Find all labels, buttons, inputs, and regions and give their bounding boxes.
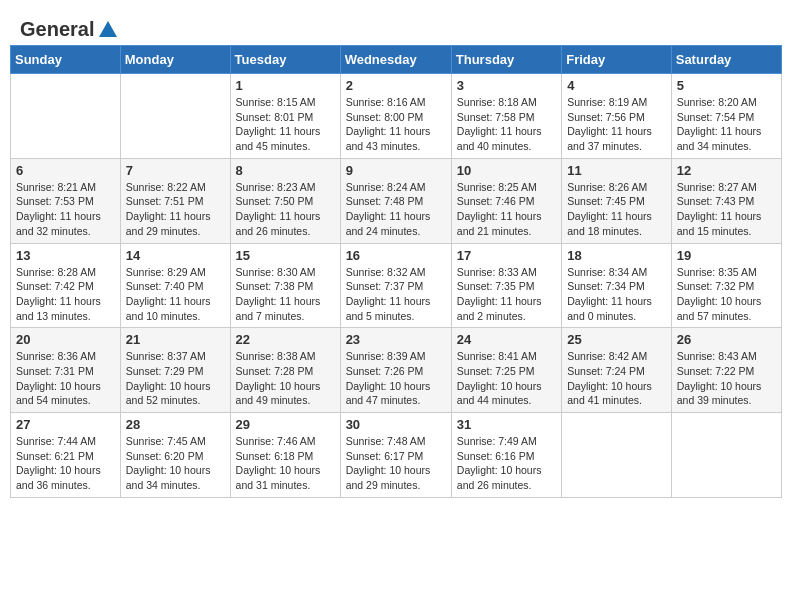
day-cell: 12Sunrise: 8:27 AM Sunset: 7:43 PM Dayli… [671, 158, 781, 243]
week-row-1: 1Sunrise: 8:15 AM Sunset: 8:01 PM Daylig… [11, 74, 782, 159]
day-info: Sunrise: 7:45 AM Sunset: 6:20 PM Dayligh… [126, 434, 225, 493]
day-number: 17 [457, 248, 556, 263]
day-number: 27 [16, 417, 115, 432]
day-info: Sunrise: 8:35 AM Sunset: 7:32 PM Dayligh… [677, 265, 776, 324]
day-info: Sunrise: 8:15 AM Sunset: 8:01 PM Dayligh… [236, 95, 335, 154]
svg-marker-0 [99, 21, 117, 37]
day-number: 9 [346, 163, 446, 178]
day-info: Sunrise: 8:26 AM Sunset: 7:45 PM Dayligh… [567, 180, 666, 239]
day-number: 16 [346, 248, 446, 263]
day-number: 30 [346, 417, 446, 432]
day-cell: 16Sunrise: 8:32 AM Sunset: 7:37 PM Dayli… [340, 243, 451, 328]
day-info: Sunrise: 8:16 AM Sunset: 8:00 PM Dayligh… [346, 95, 446, 154]
day-cell: 6Sunrise: 8:21 AM Sunset: 7:53 PM Daylig… [11, 158, 121, 243]
day-number: 28 [126, 417, 225, 432]
day-cell: 29Sunrise: 7:46 AM Sunset: 6:18 PM Dayli… [230, 413, 340, 498]
weekday-header-sunday: Sunday [11, 46, 121, 74]
day-cell: 8Sunrise: 8:23 AM Sunset: 7:50 PM Daylig… [230, 158, 340, 243]
day-info: Sunrise: 8:42 AM Sunset: 7:24 PM Dayligh… [567, 349, 666, 408]
day-number: 22 [236, 332, 335, 347]
day-info: Sunrise: 8:32 AM Sunset: 7:37 PM Dayligh… [346, 265, 446, 324]
week-row-2: 6Sunrise: 8:21 AM Sunset: 7:53 PM Daylig… [11, 158, 782, 243]
calendar-table: SundayMondayTuesdayWednesdayThursdayFrid… [10, 45, 782, 498]
day-cell: 5Sunrise: 8:20 AM Sunset: 7:54 PM Daylig… [671, 74, 781, 159]
day-info: Sunrise: 8:41 AM Sunset: 7:25 PM Dayligh… [457, 349, 556, 408]
day-number: 10 [457, 163, 556, 178]
day-cell: 2Sunrise: 8:16 AM Sunset: 8:00 PM Daylig… [340, 74, 451, 159]
day-cell: 17Sunrise: 8:33 AM Sunset: 7:35 PM Dayli… [451, 243, 561, 328]
day-cell [671, 413, 781, 498]
day-number: 2 [346, 78, 446, 93]
day-cell: 19Sunrise: 8:35 AM Sunset: 7:32 PM Dayli… [671, 243, 781, 328]
week-row-3: 13Sunrise: 8:28 AM Sunset: 7:42 PM Dayli… [11, 243, 782, 328]
weekday-header-monday: Monday [120, 46, 230, 74]
day-number: 20 [16, 332, 115, 347]
day-number: 23 [346, 332, 446, 347]
day-cell: 3Sunrise: 8:18 AM Sunset: 7:58 PM Daylig… [451, 74, 561, 159]
day-info: Sunrise: 7:44 AM Sunset: 6:21 PM Dayligh… [16, 434, 115, 493]
day-info: Sunrise: 8:33 AM Sunset: 7:35 PM Dayligh… [457, 265, 556, 324]
day-cell: 1Sunrise: 8:15 AM Sunset: 8:01 PM Daylig… [230, 74, 340, 159]
day-info: Sunrise: 7:48 AM Sunset: 6:17 PM Dayligh… [346, 434, 446, 493]
day-number: 5 [677, 78, 776, 93]
day-cell: 30Sunrise: 7:48 AM Sunset: 6:17 PM Dayli… [340, 413, 451, 498]
day-info: Sunrise: 8:23 AM Sunset: 7:50 PM Dayligh… [236, 180, 335, 239]
day-info: Sunrise: 8:38 AM Sunset: 7:28 PM Dayligh… [236, 349, 335, 408]
day-cell: 4Sunrise: 8:19 AM Sunset: 7:56 PM Daylig… [562, 74, 672, 159]
day-cell [562, 413, 672, 498]
day-number: 1 [236, 78, 335, 93]
day-info: Sunrise: 8:21 AM Sunset: 7:53 PM Dayligh… [16, 180, 115, 239]
day-number: 6 [16, 163, 115, 178]
day-number: 7 [126, 163, 225, 178]
day-info: Sunrise: 8:29 AM Sunset: 7:40 PM Dayligh… [126, 265, 225, 324]
day-number: 8 [236, 163, 335, 178]
day-cell: 31Sunrise: 7:49 AM Sunset: 6:16 PM Dayli… [451, 413, 561, 498]
weekday-header-thursday: Thursday [451, 46, 561, 74]
day-info: Sunrise: 8:34 AM Sunset: 7:34 PM Dayligh… [567, 265, 666, 324]
day-cell: 15Sunrise: 8:30 AM Sunset: 7:38 PM Dayli… [230, 243, 340, 328]
day-info: Sunrise: 8:19 AM Sunset: 7:56 PM Dayligh… [567, 95, 666, 154]
day-info: Sunrise: 8:18 AM Sunset: 7:58 PM Dayligh… [457, 95, 556, 154]
day-cell: 9Sunrise: 8:24 AM Sunset: 7:48 PM Daylig… [340, 158, 451, 243]
day-info: Sunrise: 7:49 AM Sunset: 6:16 PM Dayligh… [457, 434, 556, 493]
week-row-5: 27Sunrise: 7:44 AM Sunset: 6:21 PM Dayli… [11, 413, 782, 498]
day-info: Sunrise: 8:24 AM Sunset: 7:48 PM Dayligh… [346, 180, 446, 239]
day-number: 11 [567, 163, 666, 178]
day-cell: 13Sunrise: 8:28 AM Sunset: 7:42 PM Dayli… [11, 243, 121, 328]
day-cell [11, 74, 121, 159]
page-header: General [0, 0, 792, 45]
day-cell: 10Sunrise: 8:25 AM Sunset: 7:46 PM Dayli… [451, 158, 561, 243]
day-number: 14 [126, 248, 225, 263]
week-row-4: 20Sunrise: 8:36 AM Sunset: 7:31 PM Dayli… [11, 328, 782, 413]
day-cell: 24Sunrise: 8:41 AM Sunset: 7:25 PM Dayli… [451, 328, 561, 413]
calendar-wrapper: SundayMondayTuesdayWednesdayThursdayFrid… [0, 45, 792, 508]
day-number: 26 [677, 332, 776, 347]
weekday-header-wednesday: Wednesday [340, 46, 451, 74]
day-info: Sunrise: 8:30 AM Sunset: 7:38 PM Dayligh… [236, 265, 335, 324]
day-info: Sunrise: 8:39 AM Sunset: 7:26 PM Dayligh… [346, 349, 446, 408]
day-number: 4 [567, 78, 666, 93]
weekday-header-tuesday: Tuesday [230, 46, 340, 74]
day-info: Sunrise: 8:25 AM Sunset: 7:46 PM Dayligh… [457, 180, 556, 239]
day-number: 29 [236, 417, 335, 432]
day-info: Sunrise: 8:28 AM Sunset: 7:42 PM Dayligh… [16, 265, 115, 324]
weekday-header-saturday: Saturday [671, 46, 781, 74]
day-number: 25 [567, 332, 666, 347]
day-number: 19 [677, 248, 776, 263]
day-cell: 28Sunrise: 7:45 AM Sunset: 6:20 PM Dayli… [120, 413, 230, 498]
day-number: 31 [457, 417, 556, 432]
day-info: Sunrise: 8:36 AM Sunset: 7:31 PM Dayligh… [16, 349, 115, 408]
day-number: 18 [567, 248, 666, 263]
day-number: 24 [457, 332, 556, 347]
day-info: Sunrise: 8:37 AM Sunset: 7:29 PM Dayligh… [126, 349, 225, 408]
day-number: 21 [126, 332, 225, 347]
day-info: Sunrise: 8:22 AM Sunset: 7:51 PM Dayligh… [126, 180, 225, 239]
day-cell: 14Sunrise: 8:29 AM Sunset: 7:40 PM Dayli… [120, 243, 230, 328]
day-info: Sunrise: 8:27 AM Sunset: 7:43 PM Dayligh… [677, 180, 776, 239]
day-cell: 20Sunrise: 8:36 AM Sunset: 7:31 PM Dayli… [11, 328, 121, 413]
day-cell: 18Sunrise: 8:34 AM Sunset: 7:34 PM Dayli… [562, 243, 672, 328]
day-cell: 21Sunrise: 8:37 AM Sunset: 7:29 PM Dayli… [120, 328, 230, 413]
day-cell: 26Sunrise: 8:43 AM Sunset: 7:22 PM Dayli… [671, 328, 781, 413]
day-number: 3 [457, 78, 556, 93]
logo-icon [97, 19, 119, 41]
